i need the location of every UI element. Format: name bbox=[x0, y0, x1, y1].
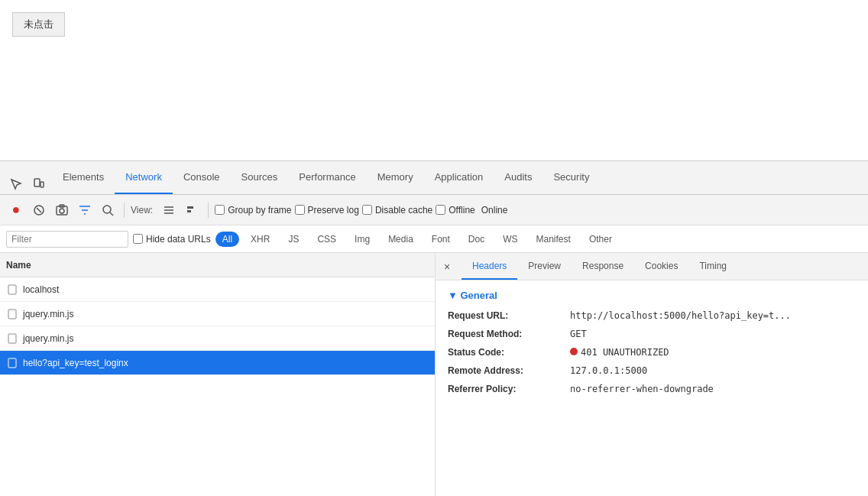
filter-input[interactable] bbox=[6, 231, 128, 248]
file-list-header: Name bbox=[0, 253, 435, 277]
header-value-referrer: no-referrer-when-downgrade bbox=[570, 382, 714, 396]
header-row-remote: Remote Address: 127.0.0.1:5000 bbox=[448, 364, 856, 378]
right-tab-timing[interactable]: Timing bbox=[688, 253, 737, 280]
offline-label[interactable]: Offline bbox=[436, 205, 474, 216]
filter-all[interactable]: All bbox=[215, 232, 239, 247]
filter-ws[interactable]: WS bbox=[496, 232, 524, 247]
svg-rect-16 bbox=[8, 334, 16, 343]
view-label: View: bbox=[131, 205, 153, 216]
toolbar-separator-2 bbox=[208, 203, 209, 218]
tab-network[interactable]: Network bbox=[115, 161, 173, 194]
file-list: Name localhost jquery.min.js jquery.min.… bbox=[0, 253, 436, 496]
filter-other[interactable]: Other bbox=[582, 232, 619, 247]
clear-button[interactable] bbox=[29, 200, 49, 220]
disable-cache-checkbox[interactable] bbox=[362, 205, 372, 215]
tab-sources[interactable]: Sources bbox=[231, 161, 289, 194]
waterfall-button[interactable] bbox=[182, 200, 202, 220]
preserve-log-checkbox[interactable] bbox=[295, 205, 305, 215]
general-section-title: ▼ General bbox=[448, 290, 497, 301]
filter-js[interactable]: JS bbox=[281, 232, 306, 247]
header-value-remote: 127.0.0.1:5000 bbox=[570, 364, 647, 378]
close-button[interactable]: × bbox=[439, 258, 455, 275]
search-button[interactable] bbox=[98, 200, 118, 220]
right-tab-preview[interactable]: Preview bbox=[517, 253, 572, 280]
file-row-jquery1[interactable]: jquery.min.js bbox=[0, 302, 435, 326]
filter-bar: Hide data URLs All XHR JS CSS Img Media … bbox=[0, 225, 868, 253]
tab-performance[interactable]: Performance bbox=[288, 161, 366, 194]
file-icon-hello bbox=[6, 357, 18, 369]
header-key-url: Request URL: bbox=[448, 309, 570, 323]
header-key-referrer: Referrer Policy: bbox=[448, 382, 570, 396]
toolbar-separator-1 bbox=[124, 203, 125, 218]
svg-line-8 bbox=[110, 212, 113, 216]
filter-button[interactable] bbox=[75, 200, 95, 220]
filter-doc[interactable]: Doc bbox=[462, 232, 491, 247]
right-tab-response[interactable]: Response bbox=[572, 253, 634, 280]
inspect-icon[interactable] bbox=[6, 174, 26, 194]
header-row-url: Request URL: http://localhost:5000/hello… bbox=[448, 309, 856, 323]
file-row-hello[interactable]: hello?api_key=test_loginx bbox=[0, 351, 435, 375]
hide-data-urls-label[interactable]: Hide data URLs bbox=[133, 234, 211, 245]
group-by-frame-checkbox[interactable] bbox=[215, 205, 225, 215]
offline-checkbox[interactable] bbox=[436, 205, 445, 215]
svg-point-5 bbox=[60, 209, 64, 213]
file-row-localhost[interactable]: localhost bbox=[0, 277, 435, 302]
filter-xhr[interactable]: XHR bbox=[244, 232, 277, 247]
svg-point-7 bbox=[103, 206, 111, 213]
svg-line-3 bbox=[37, 208, 41, 212]
file-icon-jquery1 bbox=[6, 308, 18, 320]
disable-cache-label[interactable]: Disable cache bbox=[362, 205, 432, 216]
file-icon-localhost bbox=[6, 284, 18, 296]
hide-data-urls-checkbox[interactable] bbox=[133, 234, 143, 244]
svg-rect-12 bbox=[187, 206, 193, 209]
right-tab-headers[interactable]: Headers bbox=[462, 253, 517, 280]
svg-rect-15 bbox=[8, 310, 16, 319]
devtools-panel: Elements Network Console Sources Perform… bbox=[0, 160, 868, 496]
filter-css[interactable]: CSS bbox=[310, 232, 343, 247]
svg-rect-0 bbox=[34, 179, 40, 186]
header-key-status: Status Code: bbox=[448, 345, 570, 359]
svg-rect-14 bbox=[8, 285, 16, 294]
header-value-method: GET bbox=[570, 327, 587, 341]
header-row-status: Status Code: 401 UNAUTHORIZED bbox=[448, 345, 856, 359]
page-button[interactable]: 未点击 bbox=[12, 12, 65, 37]
svg-rect-1 bbox=[40, 182, 44, 187]
filter-font[interactable]: Font bbox=[425, 232, 457, 247]
header-value-status: 401 UNAUTHORIZED bbox=[570, 345, 669, 359]
screenshot-button[interactable] bbox=[52, 200, 72, 220]
header-value-url: http://localhost:5000/hello?api_key=t... bbox=[570, 309, 791, 323]
tab-security[interactable]: Security bbox=[542, 161, 600, 194]
file-row-jquery2[interactable]: jquery.min.js bbox=[0, 326, 435, 351]
online-text: Online bbox=[481, 205, 508, 216]
preserve-log-label[interactable]: Preserve log bbox=[295, 205, 359, 216]
main-content: Name localhost jquery.min.js jquery.min.… bbox=[0, 253, 868, 496]
group-by-frame-label[interactable]: Group by frame bbox=[215, 205, 291, 216]
record-button[interactable]: ● bbox=[6, 200, 26, 220]
tab-memory[interactable]: Memory bbox=[367, 161, 424, 194]
right-panel-tabs: × Headers Preview Response Cookies Timin… bbox=[436, 253, 868, 280]
general-section-toggle[interactable]: ▼ General bbox=[448, 290, 856, 309]
file-icon-jquery2 bbox=[6, 332, 18, 345]
page-area: 未点击 bbox=[0, 0, 868, 160]
header-key-method: Request Method: bbox=[448, 327, 570, 341]
header-row-method: Request Method: GET bbox=[448, 327, 856, 341]
tab-audits[interactable]: Audits bbox=[494, 161, 542, 194]
svg-rect-13 bbox=[187, 210, 191, 212]
list-view-button[interactable] bbox=[159, 200, 179, 220]
right-tab-cookies[interactable]: Cookies bbox=[634, 253, 688, 280]
header-row-referrer: Referrer Policy: no-referrer-when-downgr… bbox=[448, 382, 856, 396]
devtools-tab-bar: Elements Network Console Sources Perform… bbox=[0, 161, 868, 195]
header-key-remote: Remote Address: bbox=[448, 364, 570, 378]
tab-elements[interactable]: Elements bbox=[52, 161, 115, 194]
filter-img[interactable]: Img bbox=[348, 232, 377, 247]
tab-application[interactable]: Application bbox=[424, 161, 494, 194]
right-panel: × Headers Preview Response Cookies Timin… bbox=[436, 253, 868, 496]
filter-media[interactable]: Media bbox=[381, 232, 420, 247]
tab-console[interactable]: Console bbox=[173, 161, 231, 194]
headers-content: ▼ General Request URL: http://localhost:… bbox=[436, 280, 868, 410]
device-icon[interactable] bbox=[29, 174, 49, 194]
status-dot bbox=[570, 348, 578, 355]
svg-rect-17 bbox=[8, 358, 16, 368]
filter-manifest[interactable]: Manifest bbox=[530, 232, 578, 247]
network-toolbar: ● View: Group by frame bbox=[0, 195, 868, 225]
